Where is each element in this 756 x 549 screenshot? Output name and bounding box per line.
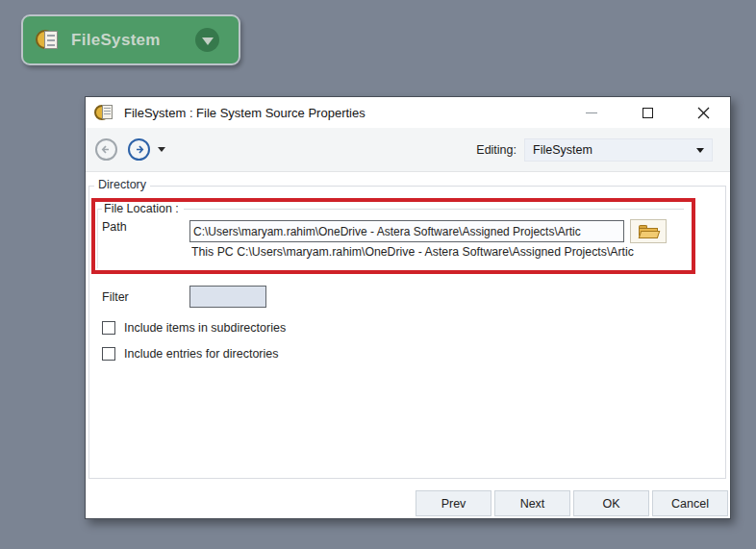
- chevron-down-icon: [202, 37, 214, 45]
- properties-dialog: FileSystem : File System Source Properti…: [85, 96, 731, 519]
- maximize-button[interactable]: [626, 97, 668, 128]
- filter-input[interactable]: [189, 286, 266, 308]
- back-button[interactable]: [95, 138, 117, 161]
- app-icon: [94, 102, 115, 123]
- include-subdirectories-checkbox[interactable]: [102, 321, 115, 335]
- dialog-toolbar: Editing: FileSystem: [86, 128, 730, 172]
- node-label: FileSystem: [71, 31, 195, 50]
- close-icon: [697, 107, 710, 119]
- resolved-path-text: This PC C:\Users\maryam.rahim\OneDrive -…: [191, 245, 726, 259]
- include-directory-entries-option[interactable]: Include entries for directories: [102, 347, 279, 361]
- filesystem-document-icon: [36, 28, 61, 53]
- include-subdirectories-option[interactable]: Include items in subdirectories: [102, 321, 286, 335]
- prev-button[interactable]: Prev: [416, 490, 491, 516]
- forward-button[interactable]: [128, 138, 150, 161]
- dialog-footer: Prev Next OK Cancel: [86, 479, 730, 518]
- open-folder-icon: [639, 225, 658, 238]
- cancel-button[interactable]: Cancel: [652, 490, 728, 516]
- arrow-right-circle-icon: [133, 143, 145, 156]
- file-location-group-header: File Location :: [97, 202, 684, 215]
- filter-label: Filter: [102, 290, 129, 304]
- node-dropdown-button[interactable]: [195, 28, 219, 52]
- editing-label: Editing:: [476, 143, 517, 157]
- file-location-label: File Location :: [102, 202, 184, 215]
- minimize-button[interactable]: [570, 97, 613, 128]
- file-location-group-border: [97, 209, 98, 268]
- arrow-left-circle-icon: [100, 143, 113, 156]
- dialog-titlebar[interactable]: FileSystem : File System Source Properti…: [86, 97, 730, 128]
- maximize-icon: [643, 108, 653, 118]
- path-label: Path: [102, 220, 127, 234]
- forward-dropdown-caret[interactable]: [158, 147, 165, 152]
- dialog-title: FileSystem : File System Source Properti…: [124, 106, 365, 120]
- browse-folder-button[interactable]: [630, 219, 667, 243]
- filesystem-node[interactable]: FileSystem: [21, 14, 240, 65]
- close-button[interactable]: [682, 97, 724, 128]
- directory-group-label: Directory: [94, 178, 150, 191]
- editing-combobox[interactable]: FileSystem: [524, 138, 713, 162]
- editing-combobox-value: FileSystem: [533, 143, 696, 157]
- path-input[interactable]: [189, 220, 624, 242]
- ok-button[interactable]: OK: [573, 490, 649, 516]
- next-button[interactable]: Next: [494, 490, 570, 516]
- minimize-icon: [586, 112, 597, 113]
- chevron-down-icon: [696, 148, 704, 153]
- include-directory-entries-checkbox[interactable]: [102, 347, 115, 361]
